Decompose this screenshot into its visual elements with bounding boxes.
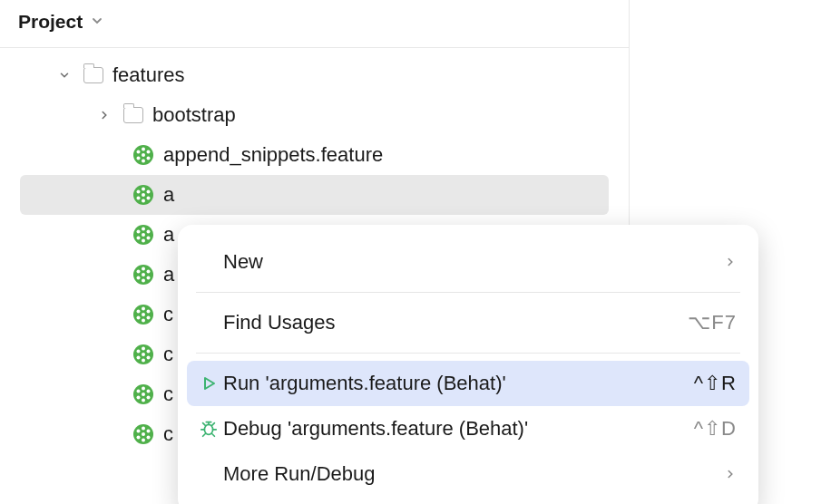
chevron-down-icon [58, 69, 80, 82]
svg-point-37 [142, 319, 145, 323]
svg-point-28 [147, 276, 151, 280]
panel-header[interactable]: Project [0, 0, 629, 48]
svg-point-54 [137, 396, 141, 400]
tree-item-label: c [163, 343, 173, 366]
svg-point-26 [142, 267, 145, 271]
menu-item-label: Debug 'arguments.feature (Behat)' [223, 417, 694, 441]
svg-point-21 [142, 239, 145, 243]
svg-point-1 [142, 153, 145, 157]
cucumber-icon [132, 423, 154, 445]
svg-point-41 [142, 353, 145, 356]
tree-item-label: bootstrap [152, 103, 236, 127]
svg-point-13 [142, 199, 145, 203]
chevron-right-icon [724, 462, 737, 486]
svg-point-61 [142, 439, 145, 442]
svg-point-5 [142, 160, 145, 163]
chevron-right-icon [724, 250, 737, 274]
svg-point-50 [142, 387, 145, 391]
tree-item-label: c [163, 383, 173, 406]
svg-point-49 [142, 393, 145, 396]
svg-point-39 [137, 310, 141, 314]
svg-point-6 [137, 157, 141, 160]
tree-item-label: features [112, 63, 185, 87]
cucumber-icon [132, 304, 154, 325]
svg-point-45 [142, 359, 145, 363]
svg-point-55 [137, 390, 141, 393]
tree-item-label: append_snippets.feature [163, 143, 383, 167]
svg-point-34 [142, 307, 145, 311]
svg-point-38 [137, 316, 141, 320]
cucumber-icon [132, 383, 154, 405]
menu-item-label: Find Usages [223, 311, 688, 334]
menu-item-debug[interactable]: Debug 'arguments.feature (Behat)' ^⇧D [178, 406, 758, 451]
context-menu: New Find Usages ⌥F7 Run 'arguments.featu… [178, 225, 758, 504]
cucumber-icon [132, 144, 154, 166]
svg-point-33 [142, 313, 145, 316]
svg-point-14 [137, 197, 141, 200]
menu-item-new[interactable]: New [178, 239, 758, 285]
tree-item-label: a [163, 183, 174, 207]
svg-point-20 [147, 237, 151, 240]
svg-point-52 [147, 396, 151, 400]
svg-point-46 [137, 356, 141, 360]
svg-point-11 [147, 190, 151, 194]
svg-point-12 [147, 197, 151, 200]
svg-point-18 [142, 228, 145, 231]
folder-icon [83, 67, 103, 83]
svg-point-31 [137, 270, 141, 274]
svg-point-2 [142, 148, 145, 151]
svg-point-36 [147, 316, 151, 320]
svg-point-15 [137, 190, 141, 194]
svg-point-58 [142, 427, 145, 431]
svg-point-27 [147, 270, 151, 274]
menu-separator [196, 292, 740, 293]
tree-item-file[interactable]: a [20, 175, 609, 215]
menu-item-find-usages[interactable]: Find Usages ⌥F7 [178, 300, 758, 345]
svg-point-35 [147, 310, 151, 314]
svg-point-22 [137, 237, 141, 240]
svg-point-4 [147, 157, 151, 160]
cucumber-icon [132, 264, 154, 286]
tree-item-label: a [163, 223, 174, 247]
menu-item-more-run-debug[interactable]: More Run/Debug [178, 451, 758, 497]
menu-shortcut: ^⇧D [694, 417, 737, 441]
svg-point-10 [142, 188, 145, 191]
svg-point-9 [142, 193, 145, 197]
svg-point-57 [142, 432, 145, 436]
menu-item-run[interactable]: Run 'arguments.feature (Behat)' ^⇧R [187, 361, 749, 406]
tree-item-folder[interactable]: features [0, 55, 629, 95]
tree-item-label: c [163, 422, 173, 446]
svg-point-25 [142, 273, 145, 276]
folder-icon [123, 107, 143, 123]
svg-point-43 [147, 350, 151, 354]
svg-point-30 [137, 276, 141, 280]
svg-point-47 [137, 350, 141, 354]
menu-separator [196, 353, 740, 354]
menu-item-label: Run 'arguments.feature (Behat)' [223, 372, 694, 395]
svg-point-51 [147, 390, 151, 393]
chevron-right-icon [98, 109, 120, 121]
svg-point-59 [147, 430, 151, 433]
svg-point-63 [137, 430, 141, 433]
tree-item-label: c [163, 303, 173, 326]
menu-item-label: New [223, 250, 724, 274]
cucumber-icon [132, 184, 154, 206]
tree-item-folder[interactable]: bootstrap [0, 95, 629, 135]
tree-item-label: a [163, 263, 174, 286]
svg-point-23 [137, 230, 141, 234]
menu-item-label: More Run/Debug [223, 462, 724, 486]
menu-shortcut: ⌥F7 [688, 311, 737, 334]
svg-point-53 [142, 399, 145, 402]
menu-shortcut: ^⇧R [694, 372, 737, 395]
svg-point-42 [142, 347, 145, 351]
cucumber-icon [132, 224, 154, 246]
svg-point-3 [147, 150, 151, 154]
svg-point-29 [142, 279, 145, 283]
tree-item-file[interactable]: append_snippets.feature [0, 135, 629, 175]
run-icon [194, 374, 223, 393]
svg-point-19 [147, 230, 151, 234]
bug-icon [194, 419, 223, 439]
panel-title: Project [18, 11, 83, 33]
chevron-down-icon [90, 11, 104, 33]
svg-point-64 [204, 424, 212, 434]
